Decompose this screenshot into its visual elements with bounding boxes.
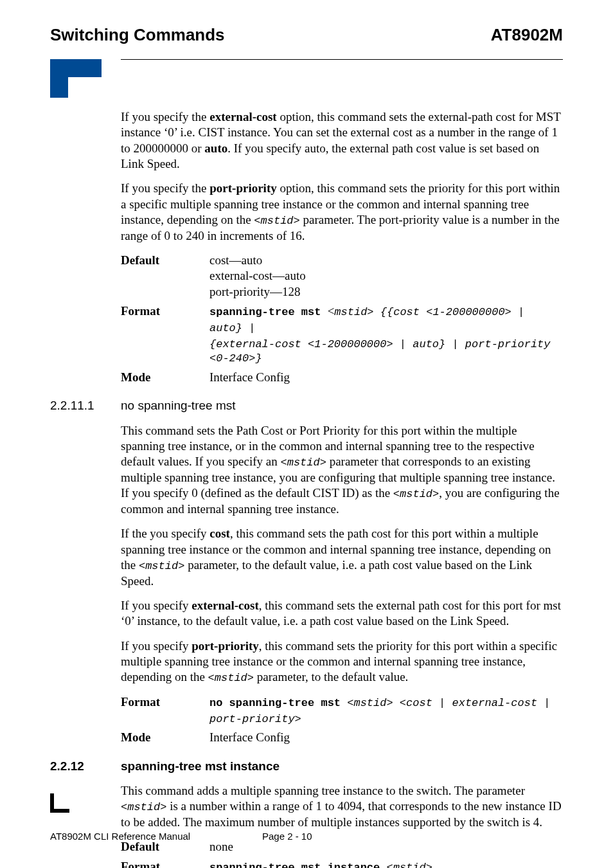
- paragraph: If the you specify cost, this command se…: [121, 526, 563, 589]
- paragraph: If you specify external-cost, this comma…: [121, 598, 563, 629]
- paragraph: This command sets the Path Cost or Port …: [121, 423, 563, 518]
- paragraph: If you specify the port-priority option,…: [121, 181, 563, 244]
- footer-left: AT8902M CLI Reference Manual: [50, 830, 262, 842]
- paragraph: If you specify port-priority, this comma…: [121, 638, 563, 685]
- running-head-left: Switching Commands: [50, 24, 225, 46]
- header-rule: [121, 59, 563, 60]
- mode-label: Mode: [121, 730, 209, 745]
- page-number: Page 2 - 10: [262, 830, 312, 842]
- mode-value: Interface Config: [209, 370, 563, 385]
- format-value: spanning-tree mst instance <mstid>: [209, 859, 563, 868]
- section-title: no spanning-tree mst: [121, 398, 236, 413]
- default-label: Default: [121, 253, 209, 300]
- running-head-right: AT8902M: [491, 24, 563, 46]
- section-title: spanning-tree mst instance: [121, 759, 280, 774]
- mode-label: Mode: [121, 370, 209, 385]
- decorative-corner-icon: [50, 793, 69, 813]
- section-number: 2.2.12: [50, 759, 121, 774]
- format-value: no spanning-tree mst <mstid> <cost | ext…: [209, 694, 563, 727]
- format-value: spanning-tree mst <mstid> {{cost <1-2000…: [209, 303, 563, 366]
- format-label: Format: [121, 303, 209, 366]
- format-label: Format: [121, 694, 209, 727]
- default-value: cost—auto external-cost—auto port-priori…: [209, 253, 563, 300]
- section-number: 2.2.11.1: [50, 398, 121, 413]
- section-heading: 2.2.12 spanning-tree mst instance: [50, 759, 563, 774]
- format-label: Format: [121, 859, 209, 868]
- mode-value: Interface Config: [209, 730, 563, 745]
- paragraph: This command adds a multiple spanning tr…: [121, 783, 563, 830]
- decorative-corner-icon: [50, 59, 102, 98]
- paragraph: If you specify the external-cost option,…: [121, 109, 563, 172]
- section-heading: 2.2.11.1 no spanning-tree mst: [50, 398, 563, 413]
